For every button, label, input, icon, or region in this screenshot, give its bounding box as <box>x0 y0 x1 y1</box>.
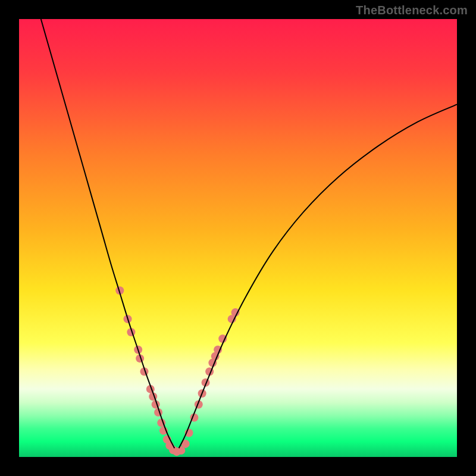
scatter-dot <box>231 308 240 317</box>
chart-curves <box>19 19 457 457</box>
watermark-text: TheBottleneck.com <box>356 4 468 17</box>
plot-area <box>19 19 457 457</box>
right-curve <box>179 105 457 449</box>
chart-frame: TheBottleneck.com <box>0 0 476 476</box>
scatter-points <box>115 286 239 456</box>
left-curve <box>41 19 174 448</box>
